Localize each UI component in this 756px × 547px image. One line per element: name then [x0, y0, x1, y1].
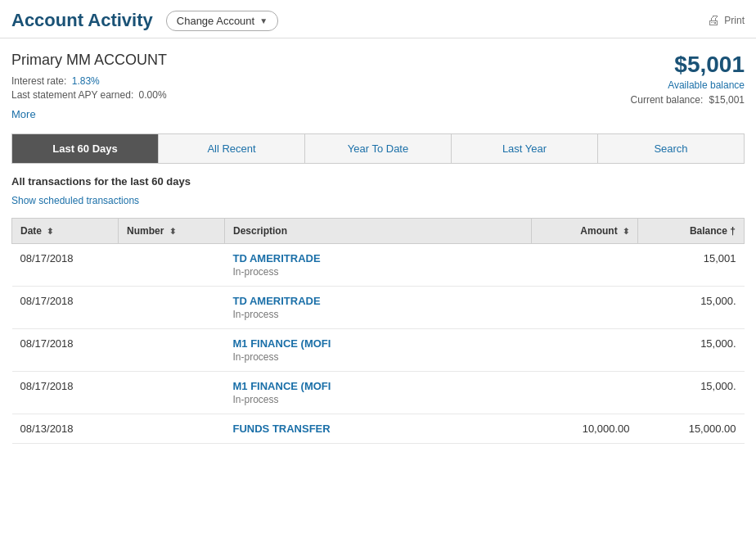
cell-date: 08/17/2018	[12, 329, 119, 372]
tab-lastyear[interactable]: Last Year	[452, 134, 598, 163]
col-date[interactable]: Date ⬍	[12, 219, 119, 244]
tabs-bar: Last 60 Days All Recent Year To Date Las…	[11, 133, 745, 164]
col-amount-label: Amount	[580, 225, 617, 237]
table-row: 08/17/2018M1 FINANCE (MOFIIn-process15,0…	[12, 329, 745, 372]
description-sub: In-process	[233, 394, 524, 405]
cell-amount	[532, 372, 638, 414]
amount-sort-icon[interactable]: ⬍	[623, 227, 629, 236]
transactions-title: All transactions for the last 60 days	[11, 175, 745, 188]
account-info-section: Primary MM ACCOUNT Interest rate: 1.83% …	[0, 38, 756, 127]
description-link[interactable]: TD AMERITRADE	[233, 295, 524, 307]
statement-apy-value: 0.00%	[139, 89, 167, 101]
cell-number	[119, 287, 225, 329]
available-balance-label: Available balance	[631, 79, 745, 91]
current-balance: Current balance: $15,001	[631, 94, 745, 106]
table-row: 08/17/2018TD AMERITRADEIn-process15,001	[12, 244, 745, 287]
cell-balance: 15,000.00	[638, 414, 745, 444]
cell-date: 08/17/2018	[12, 244, 119, 287]
col-balance[interactable]: Balance †	[638, 219, 745, 244]
tab-search[interactable]: Search	[598, 134, 744, 163]
cell-number	[119, 329, 225, 372]
print-area: 🖨 Print	[707, 13, 745, 28]
tab-last60[interactable]: Last 60 Days	[12, 134, 159, 163]
interest-rate-value: 1.83%	[72, 75, 100, 87]
cell-balance: 15,000.	[638, 329, 745, 372]
date-sort-icon[interactable]: ⬍	[47, 227, 53, 236]
number-sort-icon[interactable]: ⬍	[169, 227, 176, 236]
more-link[interactable]: More	[11, 108, 36, 120]
change-account-button[interactable]: Change Account ▼	[166, 11, 278, 31]
col-date-label: Date	[20, 225, 42, 237]
transactions-header: All transactions for the last 60 days Sh…	[0, 164, 756, 210]
cell-description: TD AMERITRADEIn-process	[225, 287, 532, 329]
show-scheduled-link[interactable]: Show scheduled transactions	[11, 195, 139, 206]
print-label[interactable]: Print	[724, 15, 745, 26]
account-info-right: $5,001 Available balance Current balance…	[631, 52, 745, 106]
statement-apy-label: Last statement APY earned:	[11, 89, 133, 101]
current-balance-value: $15,001	[709, 94, 745, 106]
cell-number	[119, 414, 225, 444]
cell-description: FUNDS TRANSFER	[225, 414, 532, 444]
col-description: Description	[225, 219, 532, 244]
balance-dagger: †	[730, 225, 736, 237]
col-number[interactable]: Number ⬍	[119, 219, 225, 244]
cell-amount	[532, 244, 638, 287]
cell-description: M1 FINANCE (MOFIIn-process	[225, 329, 532, 372]
statement-apy-row: Last statement APY earned: 0.00%	[11, 89, 167, 101]
interest-rate-row: Interest rate: 1.83%	[11, 75, 167, 87]
print-icon: 🖨	[707, 13, 720, 28]
col-description-label: Description	[233, 225, 287, 237]
cell-amount: 10,000.00	[532, 414, 638, 444]
description-sub: In-process	[233, 351, 524, 363]
col-amount[interactable]: Amount ⬍	[532, 219, 638, 244]
current-balance-label: Current balance:	[631, 94, 704, 106]
cell-date: 08/17/2018	[12, 372, 119, 414]
available-balance-amount: $5,001	[631, 52, 745, 78]
tab-yeartodate[interactable]: Year To Date	[305, 134, 452, 163]
description-sub: In-process	[233, 309, 524, 320]
page-header: Account Activity Change Account ▼ 🖨 Prin…	[0, 0, 756, 38]
transactions-table: Date ⬍ Number ⬍ Description Amount ⬍ Bal…	[11, 218, 745, 444]
description-link[interactable]: TD AMERITRADE	[233, 252, 524, 264]
cell-amount	[532, 287, 638, 329]
description-link[interactable]: M1 FINANCE (MOFI	[233, 337, 524, 350]
transactions-table-section: Date ⬍ Number ⬍ Description Amount ⬍ Bal…	[0, 210, 756, 444]
account-info-left: Primary MM ACCOUNT Interest rate: 1.83% …	[11, 52, 167, 120]
cell-balance: 15,000.	[638, 372, 745, 414]
cell-number	[119, 244, 225, 287]
cell-date: 08/17/2018	[12, 287, 119, 329]
account-name: Primary MM ACCOUNT	[11, 52, 167, 69]
col-balance-label: Balance	[690, 225, 727, 237]
chevron-down-icon: ▼	[259, 16, 268, 25]
cell-description: M1 FINANCE (MOFIIn-process	[225, 372, 532, 414]
table-row: 08/13/2018FUNDS TRANSFER10,000.0015,000.…	[12, 414, 745, 444]
change-account-label: Change Account	[177, 15, 254, 27]
cell-number	[119, 372, 225, 414]
table-row: 08/17/2018M1 FINANCE (MOFIIn-process15,0…	[12, 372, 745, 414]
page-title: Account Activity	[11, 10, 153, 31]
cell-date: 08/13/2018	[12, 414, 119, 444]
tab-allrecent[interactable]: All Recent	[159, 134, 305, 163]
description-link[interactable]: M1 FINANCE (MOFI	[233, 380, 524, 392]
cell-balance: 15,001	[638, 244, 745, 287]
table-row: 08/17/2018TD AMERITRADEIn-process15,000.	[12, 287, 745, 329]
description-link[interactable]: FUNDS TRANSFER	[233, 423, 524, 435]
cell-balance: 15,000.	[638, 287, 745, 329]
col-number-label: Number	[127, 225, 164, 237]
cell-amount	[532, 329, 638, 372]
description-sub: In-process	[233, 266, 524, 278]
table-header-row: Date ⬍ Number ⬍ Description Amount ⬍ Bal…	[12, 219, 745, 244]
interest-rate-label: Interest rate:	[11, 75, 66, 87]
cell-description: TD AMERITRADEIn-process	[225, 244, 532, 287]
